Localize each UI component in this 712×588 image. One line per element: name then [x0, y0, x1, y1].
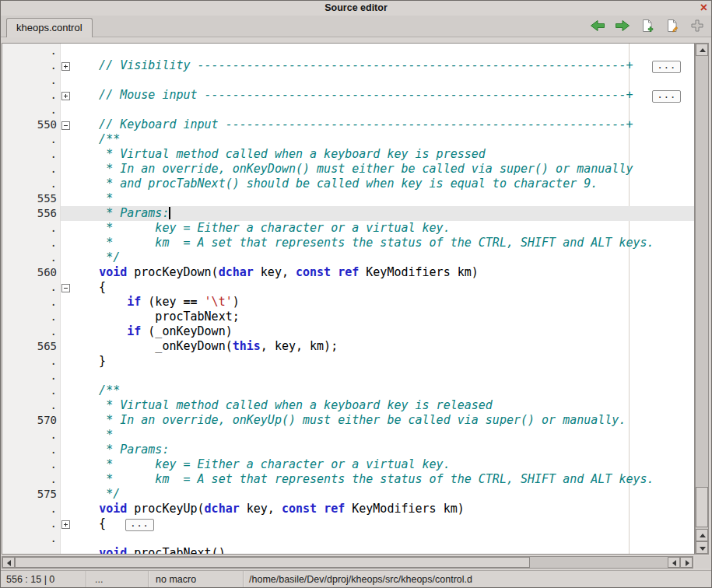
- line-number-gutter: .....550....555556...560....565....570..…: [2, 44, 61, 554]
- line-number: 550: [2, 117, 57, 132]
- code-line[interactable]: }: [60, 354, 694, 369]
- code-line[interactable]: * key = Either a character or a virtual …: [60, 457, 694, 472]
- code-token: /**: [71, 383, 120, 397]
- fold-plus-icon[interactable]: [61, 92, 70, 100]
- folded-code-ellipsis[interactable]: ...: [652, 90, 681, 103]
- forward-button[interactable]: [614, 18, 631, 35]
- code-line[interactable]: [60, 44, 694, 58]
- scroll-left-button[interactable]: [2, 557, 15, 568]
- code-token: /**: [71, 132, 120, 146]
- back-button[interactable]: [589, 18, 606, 35]
- code-line[interactable]: */: [60, 250, 694, 265]
- code-line[interactable]: if (key == '\t'): [60, 295, 694, 310]
- scroll-up-button[interactable]: [696, 44, 708, 56]
- code-line[interactable]: * and procTabNext() should be called whe…: [60, 177, 694, 191]
- line-number: 575: [2, 487, 57, 502]
- folded-code-ellipsis[interactable]: ...: [125, 519, 154, 531]
- line-number: .: [2, 250, 57, 265]
- tab-kheops-control[interactable]: kheops.control: [6, 18, 93, 37]
- h-scroll-thumb[interactable]: [15, 557, 530, 568]
- code-line[interactable]: procTabNext;: [60, 310, 694, 324]
- fold-minus-icon[interactable]: [61, 121, 70, 130]
- code-token: void: [99, 502, 127, 516]
- code-token: this: [233, 339, 261, 353]
- code-line[interactable]: *: [60, 191, 694, 206]
- line-number: .: [2, 295, 57, 310]
- line-number: .: [2, 398, 57, 413]
- h-scrollbar[interactable]: [2, 556, 693, 569]
- line-number: .: [2, 280, 57, 295]
- code-line[interactable]: * In an override, onKeyUp() must either …: [60, 413, 694, 428]
- cross-icon: [691, 19, 703, 34]
- close-button[interactable]: ×: [700, 0, 707, 15]
- code-line[interactable]: *: [60, 428, 694, 443]
- code-line[interactable]: {: [60, 280, 694, 295]
- code-line[interactable]: if (_onKeyDown): [60, 324, 694, 339]
- folded-code-ellipsis[interactable]: ...: [652, 61, 681, 73]
- code-line[interactable]: [60, 103, 694, 117]
- code-token: */: [71, 487, 120, 501]
- code-line[interactable]: * In an override, onKeyDown() must eithe…: [60, 162, 694, 177]
- code-token: * and procTabNext() should be called whe…: [71, 177, 598, 191]
- status-spacer: ...: [86, 571, 149, 588]
- code-line[interactable]: [60, 531, 694, 546]
- code-line[interactable]: // Mouse input -------------------------…: [60, 88, 694, 103]
- code-token: (key: [141, 295, 183, 309]
- line-number: 570: [2, 413, 57, 428]
- fold-plus-icon[interactable]: [61, 520, 70, 529]
- code-token: *: [71, 428, 113, 442]
- down-arrow-icon: [700, 547, 706, 551]
- code-line[interactable]: /**: [60, 383, 694, 398]
- code-token: {: [71, 516, 106, 530]
- code-line[interactable]: * key = Either a character or a virtual …: [60, 221, 694, 236]
- line-number: .: [2, 531, 57, 546]
- code-line[interactable]: void procKeyUp(dchar key, const ref KeyM…: [60, 502, 694, 516]
- code-line[interactable]: [60, 73, 694, 88]
- up-arrow-icon: [700, 534, 706, 537]
- scroll-left-button-right[interactable]: [668, 557, 680, 568]
- code-line[interactable]: * km = A set that represents the status …: [60, 236, 694, 250]
- code-editor[interactable]: // Visibility --------------------------…: [2, 43, 695, 555]
- code-line[interactable]: /**: [60, 132, 694, 147]
- doc-add-button[interactable]: [639, 18, 656, 35]
- code-token: ref: [324, 502, 345, 516]
- text-cursor: [169, 207, 170, 219]
- code-line[interactable]: // Keyboard input ----------------------…: [60, 117, 694, 132]
- scroll-right-button[interactable]: [680, 557, 693, 568]
- code-token: // Keyboard input ----------------------…: [71, 117, 633, 131]
- code-line[interactable]: // Visibility --------------------------…: [60, 58, 694, 73]
- code-line[interactable]: * Params:: [60, 443, 694, 457]
- line-number: 565: [2, 339, 57, 354]
- code-line[interactable]: * km = A set that represents the status …: [60, 472, 694, 487]
- code-token: }: [71, 354, 106, 368]
- code-token: {: [71, 280, 106, 294]
- scroll-up-button-bottom[interactable]: [696, 529, 708, 541]
- code-token: '\t': [205, 295, 233, 309]
- code-token: [317, 502, 324, 516]
- code-token: [71, 324, 127, 338]
- doc-edit-button[interactable]: [664, 18, 681, 35]
- v-scrollbar[interactable]: [695, 43, 709, 555]
- code-line[interactable]: [60, 369, 694, 383]
- titlebar[interactable]: Source editor ×: [0, 0, 712, 16]
- back-arrow-icon: [590, 19, 605, 34]
- code-token: // Mouse input -------------------------…: [71, 88, 633, 102]
- code-line[interactable]: * Virtual method called when a keyboard …: [60, 398, 694, 413]
- current-code-line[interactable]: * Params:: [60, 206, 694, 221]
- code-token: procKeyUp(: [127, 502, 204, 516]
- code-token: [198, 295, 205, 309]
- split-button[interactable]: [689, 18, 706, 35]
- code-line[interactable]: */: [60, 487, 694, 502]
- left-arrow-icon: [7, 560, 11, 566]
- code-line[interactable]: * Virtual method called when a keyboard …: [60, 147, 694, 162]
- fold-minus-icon[interactable]: [61, 284, 70, 292]
- code-line[interactable]: {...: [60, 516, 694, 531]
- code-line[interactable]: void procKeyDown(dchar key, const ref Ke…: [60, 265, 694, 280]
- code-token: * In an override, onKeyDown() must eithe…: [71, 162, 633, 176]
- code-line[interactable]: _onKeyDown(this, key, km);: [60, 339, 694, 354]
- code-line[interactable]: void procTabNext(): [60, 546, 694, 555]
- fold-plus-icon[interactable]: [61, 62, 70, 71]
- v-scroll-thumb[interactable]: [696, 487, 708, 527]
- window-title: Source editor: [324, 2, 388, 13]
- scroll-down-button[interactable]: [696, 541, 708, 554]
